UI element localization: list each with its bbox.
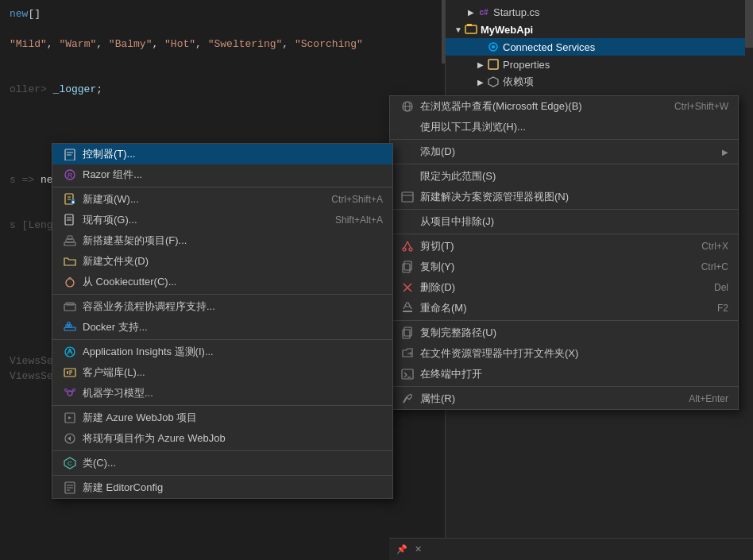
- menu-label-razor: Razor 组件...: [83, 168, 383, 182]
- menu-item-copy[interactable]: 复制(Y) Ctrl+C: [390, 257, 738, 277]
- menu-item-browse-with[interactable]: 使用以下工具浏览(H)...: [390, 117, 738, 137]
- menu-label-exclude: 从项目中排除(J): [420, 214, 728, 229]
- menu-label-docker: Docker 支持...: [83, 320, 383, 334]
- menu-item-controller[interactable]: 控制器(T)...: [52, 144, 392, 164]
- tree-item-mywebapi[interactable]: MyWebApi: [446, 21, 753, 38]
- menu-item-ai[interactable]: Application Insights 遥测(I)...: [52, 342, 392, 362]
- svg-point-3: [492, 45, 495, 48]
- menu-item-new-item[interactable]: 新建项(W)... Ctrl+Shift+A: [52, 189, 392, 210]
- svg-rect-46: [64, 327, 75, 330]
- close-panel-button[interactable]: ✕: [411, 543, 424, 556]
- menu-item-class[interactable]: C 类(C)...: [52, 453, 392, 473]
- tree-item-properties[interactable]: Properties: [446, 56, 753, 73]
- menu-item-new-webjob[interactable]: 新建 Azure WebJob 项目: [52, 407, 392, 428]
- menu-item-exclude[interactable]: 从项目中排除(J): [390, 211, 738, 232]
- tree-label-mywebapi: MyWebApi: [481, 24, 533, 36]
- code-line: [10, 21, 435, 37]
- menu-item-properties[interactable]: 属性(R) Alt+Enter: [390, 388, 738, 409]
- properties-icon: [487, 58, 500, 71]
- menu-label-rename: 重命名(M): [420, 301, 701, 315]
- svg-rect-4: [488, 60, 498, 69]
- tree-item-startup[interactable]: c# Startup.cs: [446, 3, 753, 21]
- tree-item-deps[interactable]: 依赖项: [446, 73, 753, 91]
- svg-text:R: R: [68, 172, 73, 180]
- right-menu-sep6: [390, 386, 738, 387]
- left-menu-sep4: [52, 405, 392, 406]
- code-line: new[]: [10, 6, 435, 21]
- tree-arrow-deps: [474, 75, 487, 88]
- menu-item-add[interactable]: 添加(D) ▶: [390, 141, 738, 162]
- menu-item-rename[interactable]: 重命名(M) F2: [390, 298, 738, 319]
- svg-rect-20: [404, 327, 411, 336]
- rename-icon: [400, 300, 415, 316]
- menu-item-new-folder[interactable]: 新建文件夹(D): [52, 251, 392, 272]
- menu-item-container[interactable]: 容器业务流程协调程序支持...: [52, 296, 392, 317]
- menu-item-scaffold[interactable]: 新搭建基架的项目(F)...: [52, 230, 392, 251]
- menu-item-delete[interactable]: 删除(D) Del: [390, 277, 738, 298]
- left-menu-sep6: [52, 475, 392, 476]
- menu-label-scaffold: 新搭建基架的项目(F)...: [83, 234, 383, 248]
- menu-item-open-terminal[interactable]: 在终端中打开: [390, 364, 738, 384]
- menu-item-cut[interactable]: 剪切(T) Ctrl+X: [390, 236, 738, 257]
- add-submenu-arrow: ▶: [722, 148, 728, 156]
- menu-label-delete: 删除(D): [420, 280, 698, 295]
- tree-arrow-startup: [465, 6, 477, 18]
- menu-item-client-lib[interactable]: 客户端库(L)...: [52, 362, 392, 383]
- cookiecutter-icon: [62, 274, 78, 290]
- ml-icon: [62, 385, 78, 401]
- menu-label-cut: 剪切(T): [420, 239, 685, 253]
- right-menu-sep2: [390, 164, 738, 164]
- left-context-menu: 控制器(T)... R Razor 组件... 新建项(W)... Ctrl+S…: [52, 143, 393, 499]
- menu-label-open-terminal: 在终端中打开: [420, 367, 728, 381]
- scaffold-icon: [62, 233, 78, 249]
- svg-line-12: [404, 241, 407, 248]
- svg-rect-41: [66, 239, 74, 242]
- svg-rect-1: [467, 24, 472, 26]
- class-icon: C: [62, 455, 78, 471]
- menu-item-razor[interactable]: R Razor 组件...: [52, 164, 392, 185]
- menu-item-existing-webjob[interactable]: 将现有项目作为 Azure WebJob: [52, 428, 392, 449]
- right-menu-sep1: [390, 139, 738, 140]
- menu-item-ml[interactable]: 机器学习模型...: [52, 383, 392, 404]
- menu-item-open-explorer[interactable]: 在文件资源管理器中打开文件夹(X): [390, 343, 738, 364]
- new-webjob-icon: [62, 410, 78, 426]
- menu-item-cookiecutter[interactable]: 从 Cookiecutter(C)...: [52, 272, 392, 292]
- right-menu-sep5: [390, 320, 738, 321]
- svg-rect-21: [403, 330, 410, 338]
- code-line: [10, 112, 435, 127]
- editorconfig-icon: [62, 480, 78, 496]
- terminal-icon: [400, 366, 415, 382]
- solution-view-icon: [400, 189, 415, 205]
- menu-item-copy-path[interactable]: 复制完整路径(U): [390, 322, 738, 343]
- menu-label-editorconfig: 新建 EditorConfig: [83, 481, 383, 495]
- client-lib-icon: [62, 365, 78, 380]
- svg-rect-18: [403, 311, 412, 312]
- solution-scrollbar[interactable]: [745, 0, 753, 560]
- menu-item-new-solution-view[interactable]: 新建解决方案资源管理器视图(N): [390, 187, 738, 207]
- menu-item-editorconfig[interactable]: 新建 EditorConfig: [52, 477, 392, 498]
- menu-item-existing-item[interactable]: 现有项(G)... Shift+Alt+A: [52, 210, 392, 230]
- properties-wrench-icon: [400, 391, 415, 407]
- delete-icon: [400, 280, 415, 295]
- svg-point-60: [65, 389, 68, 392]
- menu-item-scope[interactable]: 限定为此范围(S): [390, 166, 738, 187]
- controller-icon: [62, 146, 78, 162]
- pin-button[interactable]: 📌: [396, 543, 408, 556]
- svg-rect-42: [68, 236, 72, 239]
- browser-icon: [400, 98, 415, 114]
- tree-label-startup: Startup.cs: [493, 6, 540, 18]
- svg-rect-14: [404, 261, 411, 270]
- ai-icon: [62, 344, 78, 360]
- menu-label-new-webjob: 新建 Azure WebJob 项目: [83, 411, 383, 425]
- menu-label-client-lib: 客户端库(L)...: [83, 365, 383, 380]
- menu-label-new-solution-view: 新建解决方案资源管理器视图(N): [420, 190, 728, 204]
- svg-rect-40: [64, 242, 75, 245]
- solution-scrollbar-thumb[interactable]: [745, 0, 753, 48]
- menu-item-docker[interactable]: Docker 支持...: [52, 317, 392, 338]
- shortcut-rename: F2: [717, 303, 728, 314]
- tree-item-connected-services[interactable]: Connected Services: [446, 38, 753, 56]
- shortcut-cut: Ctrl+X: [701, 241, 728, 252]
- svg-point-11: [409, 248, 412, 251]
- menu-item-open-browser[interactable]: 在浏览器中查看(Microsoft Edge)(B) Ctrl+Shift+W: [390, 96, 738, 117]
- cut-icon: [400, 238, 415, 254]
